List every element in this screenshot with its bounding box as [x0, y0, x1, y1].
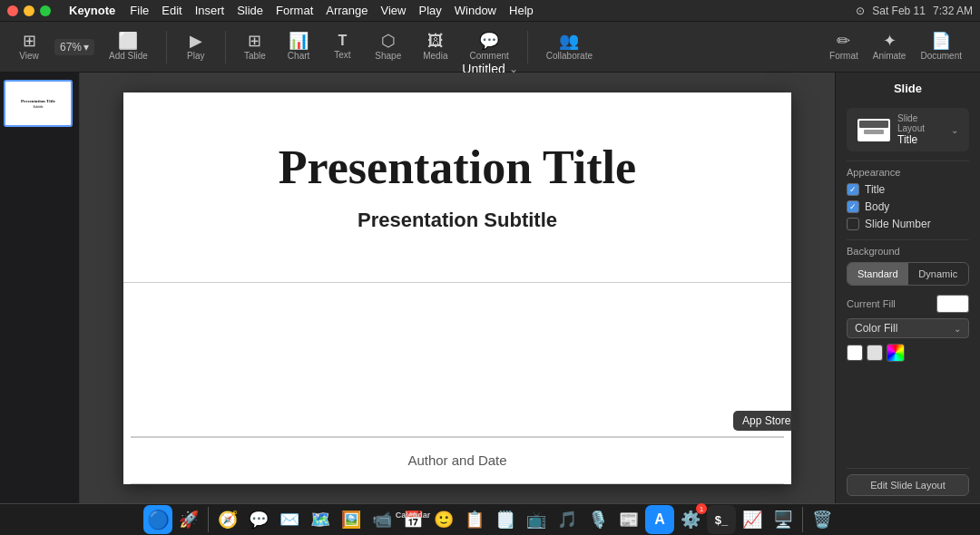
- standard-bg-button[interactable]: Standard: [848, 263, 908, 285]
- add-slide-button[interactable]: ⬜ Add Slide: [102, 29, 155, 64]
- slide-title[interactable]: Presentation Title: [279, 141, 636, 193]
- dock-messages[interactable]: 💬: [244, 505, 273, 534]
- toolbar-sep-1: [166, 31, 167, 63]
- title-checkbox-row: ✓ Title: [847, 183, 969, 196]
- zoom-control[interactable]: 67% ▾: [54, 39, 94, 55]
- body-checkbox-row: ✓ Body: [847, 200, 969, 213]
- body-checkbox[interactable]: ✓: [847, 200, 859, 213]
- format-tabs-toolbar: ✏ Format ✦ Animate 📄 Document: [822, 29, 969, 64]
- text-button[interactable]: T Text: [324, 30, 360, 63]
- menu-insert[interactable]: Insert: [195, 4, 225, 17]
- menu-help[interactable]: Help: [509, 4, 534, 17]
- format-tab-button[interactable]: ✏ Format: [822, 29, 866, 64]
- zoom-arrow: ▾: [83, 41, 89, 54]
- color-swatch-light[interactable]: [867, 345, 883, 361]
- date-time: Sat Feb 11: [872, 5, 926, 17]
- dock-mail[interactable]: ✉️: [275, 505, 304, 534]
- play-button[interactable]: ▶ Play: [178, 29, 214, 64]
- dock-calendar[interactable]: Calendar 📅: [398, 505, 427, 534]
- fill-swatch[interactable]: [936, 295, 969, 313]
- body-checkbox-label: Body: [865, 200, 889, 213]
- shape-label: Shape: [375, 51, 401, 61]
- slide-thumbnail-1[interactable]: Presentation Title Subtitle: [4, 80, 73, 127]
- menu-right-icons: ⊙ Sat Feb 11 7:32 AM: [856, 5, 973, 17]
- divider-2: [847, 239, 969, 240]
- slt-body: [864, 130, 884, 134]
- dock-photos[interactable]: 🖼️: [337, 505, 366, 534]
- current-fill-section: Current Fill Color Fill ⌄: [847, 295, 969, 362]
- close-button[interactable]: [7, 5, 18, 16]
- menu-window[interactable]: Window: [455, 4, 496, 17]
- dock-podcasts[interactable]: 🎙️: [583, 505, 612, 534]
- color-swatch-white[interactable]: [847, 345, 863, 361]
- media-button[interactable]: 🖼 Media: [416, 29, 455, 64]
- dock-terminal[interactable]: $_: [707, 505, 736, 534]
- menu-view[interactable]: View: [381, 4, 407, 17]
- expand-icon: ⌄: [951, 125, 958, 135]
- dock-screen-sharing[interactable]: 🖥️: [769, 505, 798, 534]
- menu-edit[interactable]: Edit: [162, 4, 181, 17]
- fill-label: Current Fill: [847, 298, 929, 309]
- slide-canvas[interactable]: Presentation Title Presentation Subtitle…: [123, 92, 791, 484]
- dock-maps[interactable]: 🗺️: [306, 505, 335, 534]
- fill-dropdown-arrow: ⌄: [954, 324, 961, 334]
- dock-settings[interactable]: ⚙️ 1: [676, 505, 705, 534]
- collaborate-button[interactable]: 👥 Collaborate: [539, 29, 600, 64]
- document-tab-button[interactable]: 📄 Document: [913, 29, 969, 64]
- slide-author[interactable]: Author and Date: [407, 452, 506, 468]
- dynamic-bg-button[interactable]: Dynamic: [908, 263, 969, 285]
- slide-subtitle[interactable]: Presentation Subtitle: [358, 209, 557, 232]
- slide-layout-info: Slide Layout Title: [897, 113, 944, 146]
- dock-launchpad[interactable]: 🚀: [174, 505, 203, 534]
- dock-appletv[interactable]: 📺: [522, 505, 551, 534]
- menu-format[interactable]: Format: [276, 4, 313, 17]
- animate-tab-button[interactable]: ✦ Animate: [866, 29, 914, 64]
- menu-slide[interactable]: Slide: [237, 4, 263, 17]
- dock-news[interactable]: 📰: [614, 505, 643, 534]
- dock-safari[interactable]: 🧭: [213, 505, 242, 534]
- comment-button[interactable]: 💬 Comment: [462, 29, 515, 64]
- dock-finder[interactable]: 🔵: [143, 505, 172, 534]
- fill-type-dropdown[interactable]: Color Fill ⌄: [847, 318, 969, 338]
- menu-arrange[interactable]: Arrange: [326, 4, 368, 17]
- add-slide-icon: ⬜: [118, 33, 138, 49]
- slide-bottom-section: Author and Date: [131, 437, 784, 484]
- view-label: View: [19, 51, 39, 61]
- edit-slide-layout-button[interactable]: Edit Slide Layout: [847, 474, 969, 496]
- chart-button[interactable]: 📊 Chart: [280, 29, 317, 64]
- title-checkbox[interactable]: ✓: [847, 183, 859, 196]
- slide-top-section: Presentation Title Presentation Subtitle: [123, 92, 791, 283]
- dock-separator-1: [208, 507, 209, 532]
- table-button[interactable]: ⊞ Table: [237, 29, 273, 64]
- dock-facetime[interactable]: 📹: [368, 505, 397, 534]
- dock-trash[interactable]: 🗑️: [808, 505, 837, 534]
- fill-row: Current Fill: [847, 295, 969, 313]
- toolbar: ⊞ View 67% ▾ ⬜ Add Slide ▶ Play ⊞ Table …: [0, 22, 980, 73]
- slide-layout-selector[interactable]: Slide Layout Title ⌄: [847, 108, 969, 151]
- dock-notes[interactable]: 🗒️: [491, 505, 520, 534]
- play-label: Play: [187, 51, 204, 61]
- menu-items: File Edit Insert Slide Format Arrange Vi…: [130, 4, 533, 17]
- slide-number-checkbox[interactable]: [847, 218, 859, 230]
- table-label: Table: [244, 51, 266, 61]
- color-picker-button[interactable]: [887, 344, 905, 362]
- dock-music[interactable]: 🎵: [553, 505, 582, 534]
- animate-tab-label: Animate: [873, 51, 906, 61]
- document-icon: 📄: [931, 33, 951, 49]
- dock-reminders[interactable]: 📋: [460, 505, 489, 534]
- background-section: Background Standard Dynamic: [847, 246, 969, 286]
- toolbar-sep-3: [527, 31, 528, 63]
- dock-activity-monitor[interactable]: 📈: [738, 505, 767, 534]
- background-header: Background: [847, 246, 969, 257]
- fill-type-label: Color Fill: [855, 322, 954, 335]
- dock-contacts[interactable]: 🙂: [429, 505, 458, 534]
- animate-icon: ✦: [883, 33, 897, 49]
- app-name: Keynote: [69, 4, 115, 17]
- minimize-button[interactable]: [24, 5, 34, 16]
- view-button[interactable]: ⊞ View: [11, 29, 47, 64]
- shape-button[interactable]: ⬡ Shape: [368, 29, 408, 64]
- menu-file[interactable]: File: [130, 4, 149, 17]
- dock-appstore[interactable]: A: [645, 505, 674, 534]
- fullscreen-button[interactable]: [40, 5, 51, 16]
- menu-play[interactable]: Play: [418, 4, 441, 17]
